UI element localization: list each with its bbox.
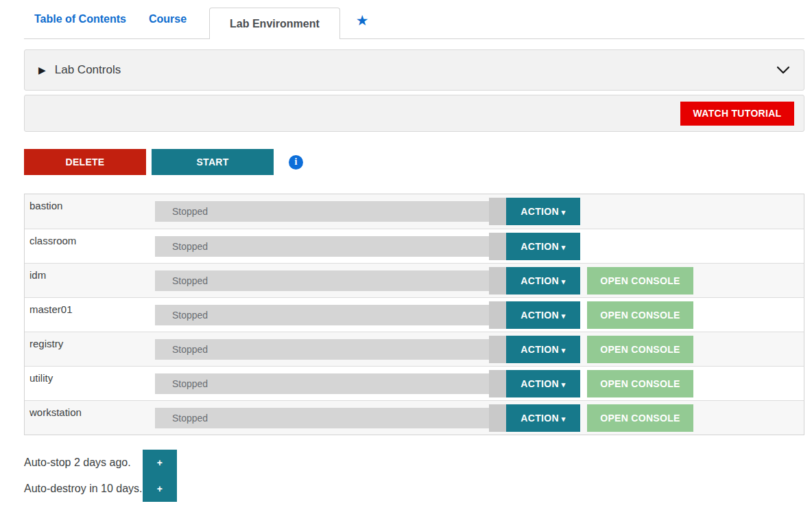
page-content: Table of Contents Course Lab Environment… [24,0,804,502]
action-dropdown-button[interactable]: ACTION▾ [506,198,580,225]
vm-name: classroom [29,229,155,246]
vm-status-bar: Stopped [155,408,489,428]
delete-button[interactable]: DELETE [24,149,146,175]
table-row: master01StoppedACTION▾OPEN CONSOLE [25,297,804,332]
tab-table-of-contents[interactable]: Table of Contents [34,13,126,38]
vm-name: workstation [29,401,155,418]
table-row: classroomStoppedACTION▾ [25,229,804,263]
extend-auto-destroy-button[interactable]: + [143,476,177,502]
vm-status-bar: Stopped [155,270,489,291]
vm-status-bar-end [489,404,506,432]
lab-controls-header[interactable]: ▶ Lab Controls [24,49,804,91]
lab-controls-title: Lab Controls [55,63,121,77]
open-console-button[interactable]: OPEN CONSOLE [587,267,693,295]
triangle-right-icon: ▶ [38,65,46,75]
vm-name: idm [29,264,155,281]
vm-status-text: Stopped [172,241,208,252]
caret-down-icon: ▾ [562,380,566,389]
vm-status-bar-end [489,198,506,225]
action-label: ACTION [521,275,558,286]
table-row: idmStoppedACTION▾OPEN CONSOLE [25,263,804,297]
tab-lab-environment[interactable]: Lab Environment [209,8,340,39]
vm-status-bar-end [489,301,506,329]
info-icon[interactable]: i [289,155,303,170]
vm-status-bar: Stopped [155,236,489,257]
action-label: ACTION [521,344,558,355]
star-icon[interactable]: ★ [356,13,369,38]
open-console-button[interactable]: OPEN CONSOLE [587,404,693,432]
vm-status-text: Stopped [172,413,208,424]
lab-action-row: DELETE START i [24,149,804,175]
vm-name: master01 [29,298,155,315]
action-dropdown-button[interactable]: ACTION▾ [506,233,580,260]
vm-status-text: Stopped [172,378,208,389]
action-label: ACTION [521,413,558,424]
vm-status-bar-end [489,370,506,397]
vm-table: bastionStoppedACTION▾classroomStoppedACT… [24,194,804,435]
table-row: workstationStoppedACTION▾OPEN CONSOLE [25,400,804,435]
vm-status-text: Stopped [172,310,208,321]
open-console-button[interactable]: OPEN CONSOLE [587,370,693,397]
caret-down-icon: ▾ [562,346,566,354]
action-dropdown-button[interactable]: ACTION▾ [506,336,580,363]
action-dropdown-button[interactable]: ACTION▾ [506,370,580,397]
tutorial-panel: WATCH TUTORIAL [24,95,804,132]
vm-status-bar: Stopped [155,339,489,360]
auto-destroy-text: Auto-destroy in 10 days. [24,483,143,495]
auto-stop-text: Auto-stop 2 days ago. [24,457,143,469]
vm-status-text: Stopped [172,275,208,286]
chevron-down-icon[interactable] [776,66,790,74]
auto-lifecycle-section: Auto-stop 2 days ago. + Auto-destroy in … [24,450,804,502]
vm-name: bastion [29,194,155,211]
vm-status-text: Stopped [172,344,208,355]
caret-down-icon: ▾ [562,415,566,423]
table-row: bastionStoppedACTION▾ [25,194,804,229]
vm-status-text: Stopped [172,206,208,217]
action-dropdown-button[interactable]: ACTION▾ [506,404,580,432]
open-console-button[interactable]: OPEN CONSOLE [587,336,693,363]
vm-name: registry [29,332,155,349]
table-row: registryStoppedACTION▾OPEN CONSOLE [25,332,804,366]
auto-destroy-row: Auto-destroy in 10 days. + [24,476,804,502]
vm-status-bar: Stopped [155,373,489,394]
start-button[interactable]: START [152,149,274,175]
extend-auto-stop-button[interactable]: + [143,450,177,476]
vm-name: utility [29,367,155,384]
action-label: ACTION [521,206,558,217]
action-label: ACTION [521,310,558,321]
vm-status-bar: Stopped [155,305,489,325]
tab-bar: Table of Contents Course Lab Environment… [24,0,804,39]
action-dropdown-button[interactable]: ACTION▾ [506,267,580,295]
tab-course[interactable]: Course [149,13,187,38]
action-label: ACTION [521,378,558,389]
vm-status-bar: Stopped [155,201,489,222]
vm-status-bar-end [489,267,506,295]
action-dropdown-button[interactable]: ACTION▾ [506,301,580,329]
caret-down-icon: ▾ [562,208,566,216]
open-console-button[interactable]: OPEN CONSOLE [587,301,693,329]
vm-status-bar-end [489,233,506,260]
auto-stop-row: Auto-stop 2 days ago. + [24,450,804,476]
caret-down-icon: ▾ [562,277,566,286]
caret-down-icon: ▾ [562,243,566,251]
action-label: ACTION [521,241,558,252]
caret-down-icon: ▾ [562,312,566,320]
watch-tutorial-button[interactable]: WATCH TUTORIAL [680,102,794,126]
vm-status-bar-end [489,336,506,363]
table-row: utilityStoppedACTION▾OPEN CONSOLE [25,366,804,400]
